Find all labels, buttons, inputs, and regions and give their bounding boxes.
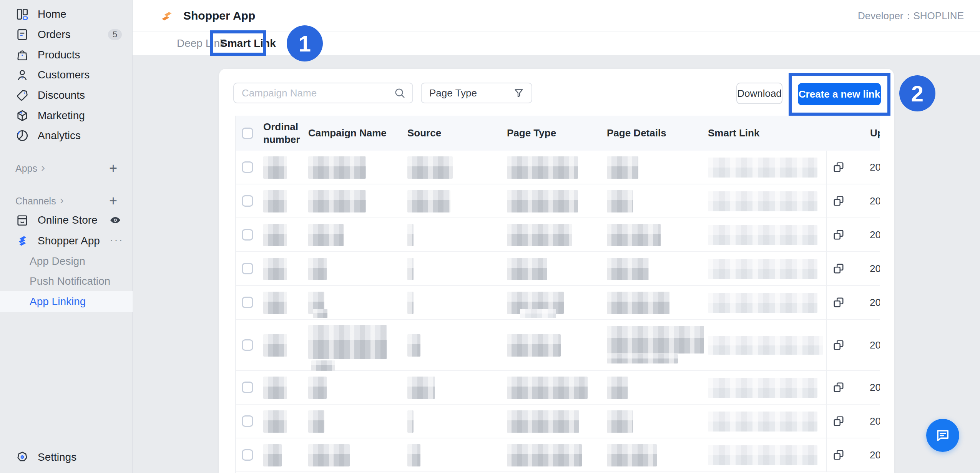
updated-date-cell: 202 bbox=[870, 263, 880, 275]
redacted-cell bbox=[263, 377, 287, 399]
visibility-eye-icon[interactable] bbox=[109, 214, 122, 227]
redacted-cell bbox=[263, 410, 287, 433]
page-title: Shopper App bbox=[183, 0, 255, 32]
select-all-checkbox-cell bbox=[242, 116, 253, 151]
table-row: 202 bbox=[236, 218, 880, 252]
column-header-smart-link: Smart Link bbox=[708, 116, 759, 151]
column-header-source: Source bbox=[407, 116, 441, 151]
group-label: Channels bbox=[15, 196, 56, 207]
sidebar-subitem-label: App Design bbox=[30, 255, 85, 267]
dashboard-icon bbox=[15, 7, 29, 21]
sidebar-item-settings[interactable]: Settings bbox=[0, 447, 133, 467]
copy-link-icon[interactable] bbox=[832, 448, 845, 462]
add-app-icon[interactable]: + bbox=[109, 161, 117, 175]
row-checkbox[interactable] bbox=[242, 382, 253, 393]
redacted-cell bbox=[607, 190, 633, 212]
sidebar-subitem-push-notification[interactable]: Push Notification bbox=[0, 271, 133, 291]
row-checkbox[interactable] bbox=[242, 339, 253, 351]
row-checkbox[interactable] bbox=[242, 415, 253, 427]
sidebar-subitem-app-design[interactable]: App Design bbox=[0, 251, 133, 271]
copy-link-icon[interactable] bbox=[832, 228, 845, 242]
developer-info: Developer： SHOPLINE bbox=[858, 0, 964, 32]
chat-bubble-icon bbox=[934, 427, 951, 444]
updated-date-cell: 202 bbox=[870, 415, 880, 427]
products-icon bbox=[15, 48, 29, 62]
annotation-box-create-button bbox=[789, 73, 890, 116]
copy-link-icon[interactable] bbox=[832, 194, 845, 208]
redacted-cell bbox=[407, 292, 414, 314]
redacted-cell bbox=[607, 258, 649, 280]
column-header-campaign-name: Campaign Name bbox=[308, 116, 387, 151]
table-row: 202 bbox=[236, 151, 880, 184]
sidebar-item-analytics[interactable]: Analytics bbox=[0, 125, 133, 146]
redacted-cell bbox=[708, 259, 817, 279]
orders-count-badge: 5 bbox=[108, 29, 122, 40]
table-row: 202 bbox=[236, 405, 880, 438]
sidebar-item-discounts[interactable]: Discounts bbox=[0, 85, 133, 105]
updated-date-cell: 202 bbox=[870, 297, 880, 309]
search-icon bbox=[393, 86, 406, 100]
sidebar-item-online-store[interactable]: Online Store bbox=[0, 210, 133, 230]
redacted-cell bbox=[507, 224, 572, 246]
updated-date-cell: 202 bbox=[870, 195, 880, 207]
annotation-step-2: 2 bbox=[899, 75, 935, 111]
sidebar-item-home[interactable]: Home bbox=[0, 4, 133, 24]
copy-link-icon[interactable] bbox=[832, 338, 845, 352]
sidebar-subitem-label: Push Notification bbox=[30, 275, 110, 287]
redacted-cell bbox=[520, 309, 556, 318]
sidebar-item-products[interactable]: Products bbox=[0, 45, 133, 65]
row-checkbox[interactable] bbox=[242, 229, 253, 241]
redacted-cell bbox=[607, 156, 638, 179]
sidebar-item-customers[interactable]: Customers bbox=[0, 65, 133, 85]
row-checkbox[interactable] bbox=[242, 263, 253, 274]
storefront-icon bbox=[15, 213, 29, 227]
redacted-cell bbox=[407, 377, 435, 399]
table-row: 202 bbox=[236, 184, 880, 218]
column-header-page-type: Page Type bbox=[507, 116, 556, 151]
download-button[interactable]: Download bbox=[736, 83, 782, 104]
more-options-icon[interactable]: ··· bbox=[110, 233, 123, 246]
copy-link-icon[interactable] bbox=[832, 380, 845, 394]
redacted-cell bbox=[407, 444, 420, 466]
row-checkbox[interactable] bbox=[242, 161, 253, 173]
updated-date-cell: 202 bbox=[870, 229, 880, 241]
redacted-cell bbox=[507, 410, 579, 433]
redacted-cell bbox=[407, 156, 453, 179]
table-row: 202 bbox=[236, 438, 880, 472]
redacted-cell bbox=[308, 190, 366, 212]
sidebar-item-label: Shopper App bbox=[38, 235, 100, 247]
row-checkbox[interactable] bbox=[242, 449, 253, 461]
row-checkbox[interactable] bbox=[242, 195, 253, 207]
redacted-cell bbox=[708, 293, 817, 313]
sidebar-item-label: Analytics bbox=[38, 129, 81, 142]
sidebar-item-shopper-app[interactable]: Shopper App ··· bbox=[0, 231, 133, 251]
chat-support-button[interactable] bbox=[926, 419, 959, 452]
copy-link-icon[interactable] bbox=[832, 295, 845, 309]
sidebar-item-marketing[interactable]: Marketing bbox=[0, 105, 133, 126]
redacted-cell bbox=[263, 258, 287, 280]
add-channel-icon[interactable]: + bbox=[109, 194, 117, 208]
redacted-cell bbox=[708, 191, 817, 211]
row-checkbox[interactable] bbox=[242, 297, 253, 308]
redacted-cell bbox=[308, 156, 366, 179]
page-type-filter[interactable]: Page Type bbox=[421, 83, 532, 103]
sidebar-group-apps[interactable]: Apps › + bbox=[0, 158, 133, 178]
redacted-cell bbox=[308, 410, 324, 433]
updated-date-cell: 202 bbox=[870, 382, 880, 393]
select-all-checkbox[interactable] bbox=[242, 128, 253, 139]
copy-link-icon[interactable] bbox=[832, 262, 845, 276]
sidebar-subitem-app-linking[interactable]: App Linking bbox=[0, 291, 133, 312]
search-input[interactable] bbox=[234, 83, 393, 103]
redacted-cell bbox=[263, 444, 282, 466]
smart-link-panel: Page Type Download Create a new link Ord… bbox=[219, 69, 894, 473]
copy-link-icon[interactable] bbox=[832, 160, 845, 174]
sidebar-group-channels[interactable]: Channels › + bbox=[0, 191, 133, 211]
sidebar-item-orders[interactable]: Orders 5 bbox=[0, 24, 133, 45]
chevron-right-icon: › bbox=[60, 194, 64, 206]
redacted-cell bbox=[507, 377, 588, 399]
redacted-cell bbox=[407, 190, 450, 212]
discount-tag-icon bbox=[15, 88, 29, 102]
copy-link-icon[interactable] bbox=[832, 414, 845, 428]
column-header-updated: Up bbox=[870, 116, 880, 151]
redacted-cell bbox=[708, 336, 823, 355]
